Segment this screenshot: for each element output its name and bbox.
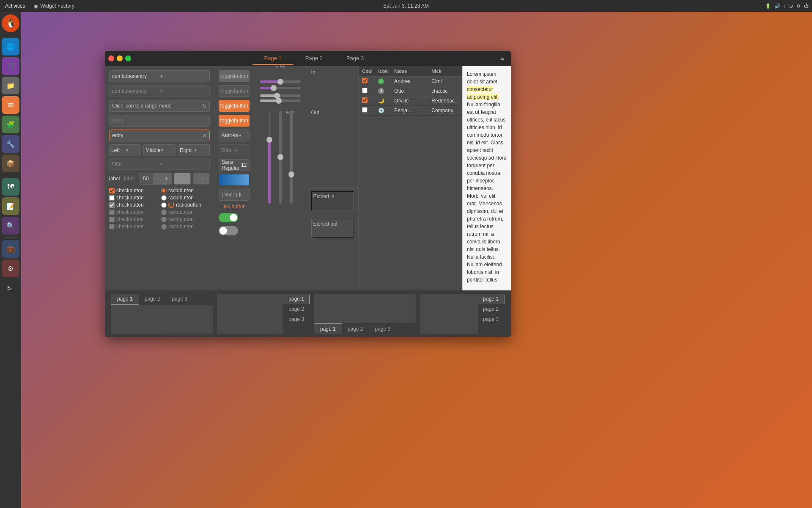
dropdown-left[interactable]: Left ▼ — [109, 144, 141, 156]
none-combo[interactable]: (None) ⬇ — [219, 189, 250, 201]
entry-placeholder-input[interactable] — [112, 118, 207, 124]
sidebar-app-plugins[interactable]: 🧩 — [2, 116, 19, 133]
tab-page1[interactable]: Page 1 — [252, 52, 294, 65]
slider-h-1[interactable] — [260, 80, 300, 83]
tree-header: Cool Icon Name Nick — [359, 66, 462, 77]
togglebutton-1[interactable]: togglebutton — [219, 70, 250, 82]
activities-label[interactable]: Activities — [0, 3, 30, 9]
sidebar-app-packages[interactable]: 📦 — [2, 155, 19, 172]
slider-v-1[interactable] — [268, 110, 271, 204]
tab-1-page1[interactable]: page 1 — [111, 294, 139, 305]
entry-with-refresh[interactable]: ↻ — [109, 100, 210, 112]
sidebar-app-mail[interactable]: ✉ — [2, 96, 19, 114]
battery-icon: 🔋 — [765, 3, 771, 9]
combobox-entry-1[interactable]: comboboxentry ▼ — [109, 70, 210, 82]
sidebar-app-files[interactable]: 📁 — [2, 77, 19, 94]
radio-3-input[interactable] — [161, 202, 167, 208]
dropdown-middle[interactable]: Middle ▼ — [143, 144, 176, 156]
slider-h-3[interactable] — [260, 94, 300, 97]
sidebar-app-system[interactable]: ⚙ — [2, 260, 19, 277]
color-bar[interactable] — [219, 174, 250, 186]
maximize-button[interactable] — [125, 55, 131, 61]
togglebutton-4-active[interactable]: togglebutton — [219, 115, 250, 127]
spinbox-plus[interactable]: + — [162, 173, 171, 185]
tree-row-orville-checkbox[interactable] — [362, 97, 368, 103]
spinbox-row: label label − + − + — [109, 173, 210, 185]
sidebar-app-notes[interactable]: 📝 — [2, 197, 19, 215]
radio-2: radiobutton — [161, 195, 210, 201]
sidebar: 🐧 🌐 🎵 📁 ✉ 🧩 🔧 📦 🗺 📝 🔍 💼 ⚙ $_ — [0, 12, 21, 508]
tree-row-andrea-checkbox[interactable] — [362, 78, 368, 83]
combo-andrea[interactable]: Andrea ▼ — [219, 130, 250, 141]
color-button-2[interactable]: − + — [193, 173, 210, 185]
minimize-button[interactable] — [117, 55, 123, 61]
font-selector[interactable]: Sans Regular 12 — [219, 159, 250, 171]
close-button[interactable] — [108, 55, 114, 61]
tree-row-otto-checkbox[interactable] — [362, 88, 368, 93]
refresh-icon[interactable]: ↻ — [202, 103, 207, 109]
toggle-switch-on[interactable] — [219, 213, 250, 223]
tab-2-page3[interactable]: page 3 — [283, 314, 310, 324]
tab-page2[interactable]: Page 2 — [294, 52, 335, 65]
sidebar-app-browser[interactable]: 🌐 — [2, 38, 19, 55]
refresh-entry-input[interactable] — [112, 103, 202, 109]
sidebar-app-maps[interactable]: 🗺 — [2, 178, 19, 196]
radio-2-input[interactable] — [161, 195, 167, 201]
toggle-on-track[interactable] — [219, 213, 238, 222]
toggle-switch-off[interactable] — [219, 226, 250, 236]
tree-row-benja-checkbox[interactable] — [362, 107, 368, 113]
tab-2-page2[interactable]: page 2 — [283, 304, 310, 314]
tab-4-page2[interactable]: page 2 — [478, 304, 505, 314]
sidebar-app-work[interactable]: 💼 — [2, 240, 19, 258]
sidebar-app-terminal[interactable]: $_ — [2, 279, 19, 297]
sidebar-app-ubuntu[interactable]: 🐧 — [2, 14, 19, 32]
clear-icon[interactable]: ✕ — [202, 133, 207, 139]
link-button[interactable]: link button — [219, 204, 250, 210]
tree-row-andrea[interactable]: ✓ Andrea Cimi — [359, 77, 462, 86]
sidebar-app-tools[interactable]: 🔧 — [2, 135, 19, 153]
tab-3-page2[interactable]: page 2 — [342, 323, 369, 334]
tree-row-otto[interactable]: ℹ Otto chaotic — [359, 86, 462, 96]
tab-strip-1: page 1 page 2 page 3 — [111, 294, 213, 305]
checkbox-3-input[interactable] — [109, 202, 115, 208]
slider-v-2[interactable] — [279, 110, 282, 204]
in-label: In — [311, 69, 354, 77]
window-menu-button[interactable]: ≡ — [497, 55, 508, 62]
tab-3-page1[interactable]: page 1 — [314, 323, 342, 334]
tree-row-orville[interactable]: 🌙 Orville Redenbac... — [359, 96, 462, 106]
entry-clear-input[interactable] — [112, 133, 202, 138]
checkbox-3: checkbutton — [109, 202, 158, 208]
tab-1-page2[interactable]: page 2 — [139, 294, 166, 305]
togglebutton-3-active[interactable]: togglebutton — [219, 100, 250, 112]
checkbox-2-input[interactable] — [109, 195, 115, 201]
tab-2-page1[interactable]: page 1 — [283, 294, 310, 304]
dropdown-right[interactable]: Right ▼ — [178, 144, 210, 156]
network-icon: ⊕ — [789, 3, 793, 9]
sidebar-app-music[interactable]: 🎵 — [2, 57, 19, 75]
app-title-bar: ▣ Widget Factory — [30, 3, 78, 9]
radio-2-label: radiobutton — [168, 195, 194, 201]
checkbox-1-input[interactable] — [109, 188, 115, 193]
checkbox-4-disabled: checkbutton — [109, 209, 158, 215]
slider-h-4[interactable] — [260, 99, 300, 102]
etched-in-box: Etched in — [311, 191, 354, 210]
color-button-1[interactable] — [174, 173, 191, 185]
entry-placeholder[interactable] — [109, 115, 210, 127]
toggle-off-track[interactable] — [219, 226, 238, 235]
info-gray-icon: ℹ — [378, 88, 384, 94]
radio-1-input[interactable] — [161, 188, 167, 193]
tab-1-page3[interactable]: page 3 — [166, 294, 193, 305]
tab-4-page1[interactable]: page 1 — [478, 294, 505, 304]
tree-row-benja[interactable]: 💿 Benja... Company — [359, 106, 462, 116]
tab-page3[interactable]: Page 3 — [335, 52, 376, 65]
tab-3-page3[interactable]: page 3 — [369, 323, 396, 334]
sidebar-app-search[interactable]: 🔍 — [2, 217, 19, 235]
entry-with-clear[interactable]: ✕ — [109, 130, 210, 141]
spinbox-minus[interactable]: − — [153, 173, 162, 185]
radio-5-input — [161, 217, 167, 222]
slider-h-2[interactable] — [260, 87, 300, 89]
tab-4-page3[interactable]: page 3 — [478, 314, 505, 324]
spinbox-input[interactable] — [139, 176, 153, 182]
app-name-label: Widget Factory — [40, 3, 74, 9]
slider-v-3[interactable] — [290, 110, 293, 204]
